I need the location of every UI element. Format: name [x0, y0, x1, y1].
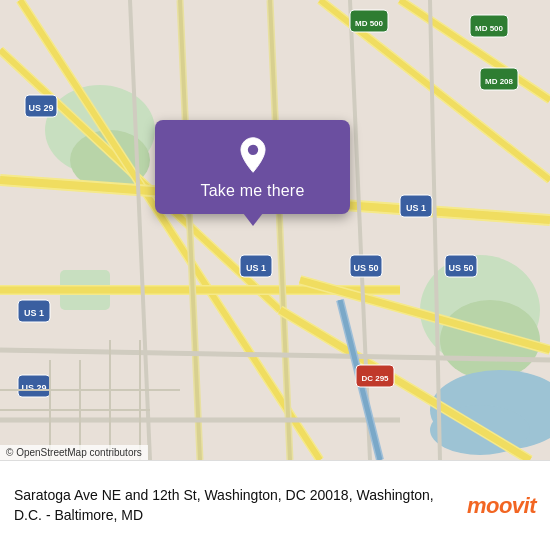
map-background: US 29 US 1 US 29 US 1 MD 500 MD 500 MD 2… [0, 0, 550, 460]
svg-text:US 29: US 29 [21, 383, 46, 393]
svg-text:US 1: US 1 [24, 308, 44, 318]
location-pin-icon [234, 136, 272, 174]
bottom-info-bar: Saratoga Ave NE and 12th St, Washington,… [0, 460, 550, 550]
moovit-brand-name: moovit [467, 493, 536, 519]
moovit-logo: moovit [467, 493, 536, 519]
svg-text:US 50: US 50 [448, 263, 473, 273]
svg-text:MD 208: MD 208 [485, 77, 514, 86]
address-block: Saratoga Ave NE and 12th St, Washington,… [14, 486, 455, 525]
svg-text:US 50: US 50 [353, 263, 378, 273]
svg-point-63 [247, 145, 257, 155]
map-container: US 29 US 1 US 29 US 1 MD 500 MD 500 MD 2… [0, 0, 550, 460]
location-popup: Take me there [155, 120, 350, 214]
svg-text:US 1: US 1 [406, 203, 426, 213]
svg-text:DC 295: DC 295 [361, 374, 389, 383]
svg-text:US 29: US 29 [28, 103, 53, 113]
map-attribution: © OpenStreetMap contributors [0, 445, 148, 460]
address-text: Saratoga Ave NE and 12th St, Washington,… [14, 487, 434, 523]
svg-text:MD 500: MD 500 [355, 19, 384, 28]
svg-text:US 1: US 1 [246, 263, 266, 273]
svg-text:MD 500: MD 500 [475, 24, 504, 33]
take-me-there-button[interactable]: Take me there [201, 182, 305, 200]
